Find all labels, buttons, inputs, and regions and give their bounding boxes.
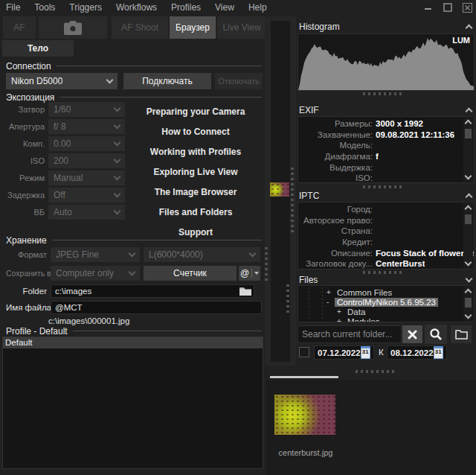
token-menu-button[interactable]: @ (239, 266, 260, 281)
menu-item[interactable]: File (6, 2, 20, 13)
exposure-row: ВБ Auto (6, 205, 125, 220)
af-button[interactable]: AF (3, 16, 36, 39)
files-header: Files (299, 275, 472, 284)
connect-button[interactable]: Подключать (123, 73, 211, 89)
exposure-dropdown[interactable]: Off (48, 188, 125, 203)
filename-input[interactable] (51, 301, 262, 314)
exposure-dropdown[interactable]: f/ 8 (48, 119, 125, 134)
open-folder-button[interactable] (451, 325, 472, 343)
browser-tab-button[interactable]: Браузер (170, 16, 216, 39)
tree-item-label: ControlMyNikon 5.6.95.23 (335, 298, 438, 307)
exposure-dropdown[interactable]: 1/60 (48, 102, 125, 117)
tree-item[interactable]: + Common Files (298, 287, 474, 297)
caret-down-icon (254, 272, 259, 275)
clear-search-button[interactable] (402, 325, 422, 343)
menu-item[interactable]: Tools (34, 2, 55, 13)
help-link[interactable]: Files and Folders (126, 203, 265, 223)
splitter-grip[interactable] (265, 247, 268, 283)
save-to-dropdown[interactable]: Computer only (51, 266, 140, 281)
search-input[interactable] (298, 325, 402, 343)
tree-expander[interactable]: + (337, 307, 345, 316)
files-scrollbar[interactable] (463, 287, 473, 321)
menu-item[interactable]: Profiles (171, 2, 201, 13)
exif-row: Выдержка: (298, 162, 474, 173)
menu-bar: FileToolsTriggersWorkflowsProfilesViewHe… (0, 0, 476, 15)
format-dropdown[interactable]: JPEG Fine (51, 247, 140, 262)
scroll-up-icon[interactable] (466, 118, 471, 127)
date-from-field[interactable]: 07.12.2022 31 (314, 345, 374, 360)
tree-item[interactable]: + Modules (298, 316, 474, 322)
exposure-dropdown[interactable]: 0.00 (48, 136, 125, 151)
scroll-down-icon[interactable] (466, 259, 471, 268)
at-symbol: @ (240, 268, 249, 278)
splitter-grip[interactable] (291, 168, 294, 233)
folder-icon[interactable] (239, 287, 251, 296)
scroll-thumb[interactable] (465, 129, 472, 138)
calendar-icon[interactable]: 31 (361, 346, 370, 359)
menu-item[interactable]: View (215, 2, 234, 13)
help-link[interactable]: How to Connect (126, 123, 265, 143)
exposure-dropdown[interactable]: Manual (48, 170, 125, 185)
save-to-row: Сохранить в Computer only Счетчик @ (6, 266, 262, 281)
tab-body[interactable]: Тело (2, 40, 74, 57)
image-size-dropdown[interactable]: L(6000*4000) (144, 247, 260, 262)
filmstrip-thumbnail[interactable] (270, 182, 289, 197)
help-link[interactable]: Working with Profiles (126, 143, 265, 163)
exif-row: Захваченные: 09.08.2021 12:11:36 (298, 130, 474, 141)
exposure-dropdown[interactable]: 200 (48, 153, 125, 168)
maximize-icon[interactable] (442, 1, 454, 13)
capture-button[interactable] (39, 16, 107, 39)
horizontal-scroll-thumb[interactable] (270, 376, 338, 378)
tree-expander[interactable]: + (327, 288, 335, 296)
menu-item[interactable]: Workflows (116, 2, 157, 13)
help-link[interactable]: Exploring Live View (126, 163, 265, 183)
scroll-thumb[interactable] (465, 298, 472, 307)
chevron-down-icon[interactable] (466, 275, 473, 282)
disconnect-button[interactable]: Отключать (215, 73, 263, 89)
scroll-down-icon[interactable] (466, 312, 471, 321)
camera-select[interactable]: Nikon D5000 (6, 73, 118, 89)
exposure-dropdown[interactable]: Auto (48, 205, 125, 220)
scroll-up-icon[interactable] (466, 287, 471, 296)
live-view-button[interactable]: Live View (217, 16, 266, 39)
section-title: Connection (6, 61, 51, 71)
scroll-up-icon[interactable] (466, 203, 471, 212)
menu-item[interactable]: Help (248, 2, 267, 13)
splitter-grip[interactable] (363, 271, 405, 274)
profile-list-item[interactable]: Default (3, 337, 263, 348)
date-to-field[interactable]: 08.12.2022 31 (387, 345, 447, 360)
calendar-icon[interactable]: 31 (434, 346, 443, 359)
exif-label: Модель: (298, 141, 373, 150)
folder-input[interactable] (51, 284, 254, 298)
scroll-down-icon[interactable] (466, 173, 471, 182)
af-shoot-button[interactable]: AF Shoot (112, 16, 168, 39)
chevron-up-icon[interactable] (466, 24, 473, 31)
splitter-grip[interactable] (286, 284, 289, 314)
chevron-up-icon[interactable] (466, 107, 473, 115)
search-button[interactable] (425, 325, 447, 344)
splitter-grip[interactable] (363, 92, 405, 95)
close-icon[interactable] (461, 1, 473, 13)
image-browser-panel: centerburst.jpg (266, 380, 476, 475)
tree-expander[interactable]: + (337, 317, 345, 322)
help-link[interactable]: The Image Browser (126, 183, 265, 203)
tree-expander[interactable]: - (327, 298, 335, 306)
tree-item[interactable]: - ControlMyNikon 5.6.95.23 (298, 297, 474, 307)
splitter-grip[interactable] (363, 185, 405, 188)
exposure-label: Режим (6, 173, 45, 182)
section-title: Histogram (299, 22, 340, 32)
exif-row: Диафрагма: f (298, 151, 474, 162)
image-thumbnail[interactable] (274, 395, 335, 435)
counter-button[interactable]: Счетчик (144, 266, 237, 281)
date-filter-checkbox[interactable] (299, 347, 309, 357)
help-link[interactable]: Preparing your Camera (126, 103, 265, 123)
scroll-thumb[interactable] (465, 214, 472, 224)
menu-item[interactable]: Triggers (69, 2, 102, 13)
minimize-icon[interactable] (422, 1, 434, 13)
exif-scrollbar[interactable] (463, 118, 473, 182)
splitter-grip[interactable] (356, 370, 397, 373)
chevron-up-icon[interactable] (466, 193, 473, 200)
exif-value: 3000 x 1992 (376, 119, 423, 128)
tree-item[interactable]: + Data (298, 307, 474, 316)
iptc-scrollbar[interactable] (463, 203, 473, 268)
